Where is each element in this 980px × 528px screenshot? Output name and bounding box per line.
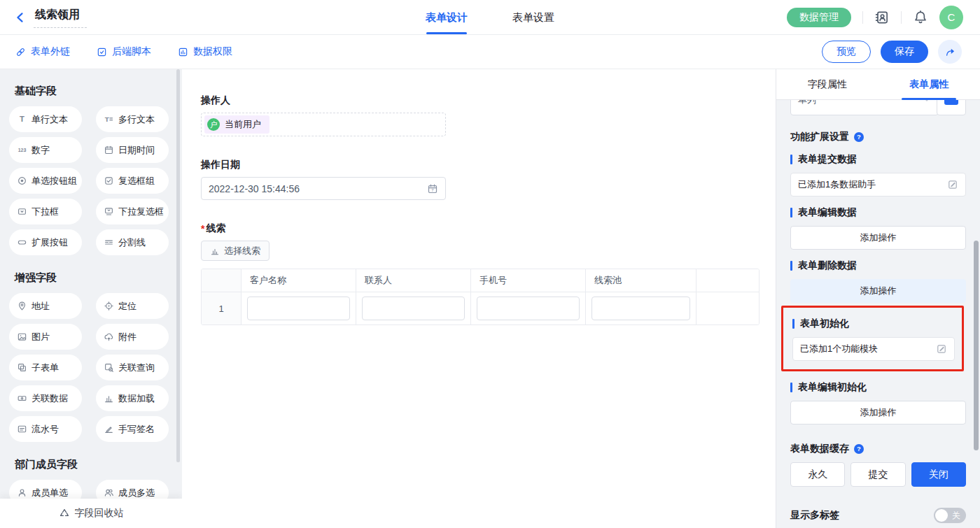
sidebar-item-text[interactable]: T单行文本 xyxy=(9,106,82,132)
panel-scrollbar[interactable] xyxy=(974,241,979,450)
sidebar-item-number[interactable]: 123数字 xyxy=(9,137,82,163)
section-accent-bar xyxy=(790,261,792,271)
sidebar-item-select[interactable]: 下拉框 xyxy=(9,199,82,224)
serial-icon xyxy=(17,424,27,434)
sidebar-item-divider[interactable]: 分割线 xyxy=(96,229,169,255)
contacts-icon[interactable] xyxy=(874,10,890,25)
panel-value-field[interactable]: 已添加1条数据助手 xyxy=(790,173,966,197)
operation-date-input[interactable]: 2022-12-30 15:44:56 7 xyxy=(201,177,446,200)
tab-field-properties[interactable]: 字段属性 xyxy=(776,69,878,99)
date-field-label: 操作日期 xyxy=(201,159,776,171)
sidebar-item-label: 分割线 xyxy=(118,236,146,249)
sidebar-sections: 基础字段T单行文本T多行文本123数字日期时间单选按钮组复选框组下拉框下拉复选框… xyxy=(0,69,182,528)
sidebar-item-subform[interactable]: 子表单 xyxy=(9,355,82,380)
cache-option-button[interactable]: 提交 xyxy=(850,462,905,487)
tab-form-settings[interactable]: 表单设置 xyxy=(512,0,554,35)
svg-text:7: 7 xyxy=(431,187,434,192)
cache-option-button[interactable]: 关闭 xyxy=(911,462,966,487)
extbutton-icon xyxy=(17,237,27,248)
sidebar-item-multiselect[interactable]: 下拉复选框 xyxy=(96,199,169,224)
multi-tab-toggle[interactable]: 关 xyxy=(934,508,966,523)
sidebar-item-sign[interactable]: 手写签名 xyxy=(96,416,169,442)
table-cell-input[interactable] xyxy=(477,297,580,320)
extension-settings-heading: 功能扩展设置 ? xyxy=(790,131,966,143)
reldata-icon xyxy=(17,393,27,404)
member-icon xyxy=(17,487,27,498)
divider-icon xyxy=(104,237,114,248)
panel-section-title: 表单提交数据 xyxy=(798,153,857,166)
add-action-button[interactable]: 添加操作 xyxy=(790,279,966,303)
sidebar-scrollbar[interactable] xyxy=(176,69,180,462)
sidebar-item-extbutton[interactable]: 扩展按钮 xyxy=(9,229,82,255)
svg-text:T: T xyxy=(105,115,109,123)
sidebar-item-label: 附件 xyxy=(118,331,136,343)
toolbar-link-link[interactable]: 表单外链 xyxy=(15,45,70,58)
add-action-button[interactable]: 添加操作 xyxy=(790,401,966,424)
table-cell-input[interactable] xyxy=(592,297,690,320)
sidebar-item-label: 地址 xyxy=(31,300,50,313)
table-cell-input[interactable] xyxy=(362,297,465,320)
clue-table-header-cell: 客户名称 xyxy=(241,269,356,292)
sidebar-item-label: 日期时间 xyxy=(118,144,155,157)
sidebar-item-datetime[interactable]: 日期时间 xyxy=(96,137,169,163)
subform-icon xyxy=(17,362,27,373)
current-user-label: 当前用户 xyxy=(225,118,261,131)
tab-form-design[interactable]: 表单设计 xyxy=(426,0,468,35)
address-icon xyxy=(17,301,27,311)
sidebar-item-address[interactable]: 地址 xyxy=(9,293,82,319)
calendar-icon: 7 xyxy=(427,183,438,194)
bell-icon[interactable] xyxy=(913,10,928,25)
sidebar-item-serial[interactable]: 流水号 xyxy=(9,416,82,442)
clue-field[interactable]: * 线索 选择线索 客户名称联系人手机号线索池1 xyxy=(201,222,776,325)
divider xyxy=(901,11,902,24)
panel-value-field[interactable]: 已添加1个功能模块 xyxy=(792,337,955,361)
current-user-tag[interactable]: 户 当前用户 xyxy=(204,115,270,134)
sidebar-item-image[interactable]: 图片 xyxy=(9,324,82,350)
sidebar-item-dataload[interactable]: 数据加载 xyxy=(96,385,169,411)
sidebar-item-checkbox[interactable]: 复选框组 xyxy=(96,168,169,194)
sidebar-item-reldata[interactable]: 关联数据 xyxy=(9,385,82,411)
preview-button[interactable]: 预览 xyxy=(822,41,871,63)
help-icon[interactable]: ? xyxy=(853,131,864,143)
clue-table-header-cell: 联系人 xyxy=(356,269,471,292)
row-index-cell: 1 xyxy=(202,292,241,324)
sign-icon xyxy=(104,424,114,434)
recycle-icon xyxy=(59,508,70,519)
operator-field-value[interactable]: 户 当前用户 xyxy=(201,113,446,136)
choose-clue-label: 选择线索 xyxy=(224,245,260,257)
panel-section-title: 表单编辑初始化 xyxy=(798,381,867,394)
help-icon[interactable]: ? xyxy=(853,443,864,455)
cache-options: 永久提交关闭 xyxy=(790,462,966,487)
edit-pencil-icon[interactable] xyxy=(947,179,958,190)
operator-field[interactable]: 操作人 户 当前用户 xyxy=(201,94,776,136)
clipped-icon-button[interactable] xyxy=(937,100,966,115)
toolbar-link-permission[interactable]: 数据权限 xyxy=(178,45,232,58)
cache-option-button[interactable]: 永久 xyxy=(790,462,845,487)
chevron-down-icon xyxy=(923,100,931,104)
toolbar-link-script[interactable]: 后端脚本 xyxy=(97,45,151,58)
table-cell-input[interactable] xyxy=(247,297,350,320)
sidebar-item-textarea[interactable]: T多行文本 xyxy=(96,106,169,132)
save-button[interactable]: 保存 xyxy=(881,41,928,63)
date-field[interactable]: 操作日期 2022-12-30 15:44:56 7 xyxy=(201,159,776,200)
data-manage-button[interactable]: 数据管理 xyxy=(787,8,851,27)
tab-form-properties[interactable]: 表单属性 xyxy=(878,69,980,99)
edit-pencil-icon[interactable] xyxy=(936,343,947,355)
panel-value-text: 已添加1个功能模块 xyxy=(800,343,878,355)
multiselect-icon xyxy=(104,206,114,217)
form-canvas[interactable]: 操作人 户 当前用户 操作日期 2022-12-30 15:44:56 7 * xyxy=(182,69,776,528)
sidebar-item-attach[interactable]: 附件 xyxy=(96,324,169,350)
link-icon xyxy=(15,47,26,57)
page-title[interactable]: 线索领用 xyxy=(34,6,87,28)
share-button[interactable] xyxy=(938,40,962,64)
add-action-button[interactable]: 添加操作 xyxy=(790,226,966,250)
sidebar-item-locate[interactable]: 定位 xyxy=(96,293,169,319)
sidebar-item-relquery[interactable]: 关联查询 xyxy=(96,355,169,380)
sidebar-section-title: 增强字段 xyxy=(15,271,182,285)
avatar[interactable]: C xyxy=(939,6,963,29)
back-icon[interactable] xyxy=(14,11,27,24)
sidebar-item-radio[interactable]: 单选按钮组 xyxy=(9,168,82,194)
field-recycle-bin[interactable]: 字段回收站 xyxy=(0,499,182,528)
clipped-select[interactable]: 单列 xyxy=(790,100,939,115)
choose-clue-button[interactable]: 选择线索 xyxy=(201,241,270,261)
